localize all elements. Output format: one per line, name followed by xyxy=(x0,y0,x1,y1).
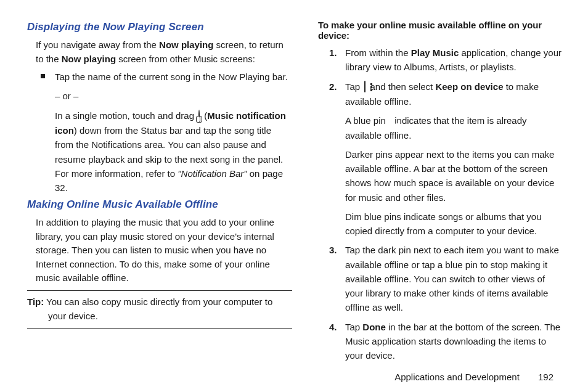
divider xyxy=(27,328,292,329)
tip-text: You can also copy music directly from yo… xyxy=(44,296,272,307)
footer-page-number: 192 xyxy=(538,372,553,382)
cross-reference: "Notification Bar" xyxy=(178,168,247,179)
para-offline-intro: In addition to playing the music that yo… xyxy=(36,216,292,285)
page-footer: Applications and Development 192 xyxy=(394,372,553,382)
text: From within the xyxy=(345,47,411,58)
step-body: Tap and then select Keep on device to ma… xyxy=(345,80,565,239)
step-3: 3. Tap the dark pin next to each item yo… xyxy=(329,243,565,314)
text: ( xyxy=(202,110,207,121)
step-body: Tap the dark pin next to each item you w… xyxy=(345,243,565,314)
step-number: 4. xyxy=(329,320,345,363)
text: In a single motion, touch and drag xyxy=(55,110,197,121)
square-bullet-icon xyxy=(41,74,45,78)
tip-block: Tip: You can also copy music directly fr… xyxy=(27,295,292,324)
right-column: To make your online music available offl… xyxy=(318,18,565,367)
procedure-title: To make your online music available offl… xyxy=(318,20,565,41)
text-bold: Now playing xyxy=(159,39,213,50)
page-content: Displaying the Now Playing Screen If you… xyxy=(0,0,588,367)
bullet-text: Tap the name of the current song in the … xyxy=(55,70,292,195)
headphones-icon xyxy=(198,108,200,123)
heading-offline: Making Online Music Available Offline xyxy=(27,198,292,211)
step-body: From within the Play Music application, … xyxy=(345,46,565,75)
bullet-item: Tap the name of the current song in the … xyxy=(41,70,292,195)
step-sub: A blue pin indicates that the item is al… xyxy=(345,113,565,142)
or-separator: – or – xyxy=(55,89,292,103)
text: Tap xyxy=(345,81,362,92)
text: and then select xyxy=(367,81,435,92)
left-column: Displaying the Now Playing Screen If you… xyxy=(27,18,292,367)
vertical-dots-icon xyxy=(364,80,365,94)
text-bold: Play Music xyxy=(411,47,459,58)
tip-label: Tip: xyxy=(27,296,44,307)
text: Tap the name of the current song in the … xyxy=(55,70,292,84)
step-body: Tap Done in the bar at the bottom of the… xyxy=(345,320,565,363)
footer-section: Applications and Development xyxy=(394,372,520,382)
text: If you navigate away from the xyxy=(36,39,159,50)
text-bold: Done xyxy=(362,322,386,332)
step-sub: Dim blue pins indicate songs or albums t… xyxy=(345,210,565,239)
step-4: 4. Tap Done in the bar at the bottom of … xyxy=(329,320,565,363)
text-bold: Now playing xyxy=(62,54,116,64)
step-number: 3. xyxy=(329,243,345,314)
divider xyxy=(27,290,292,291)
text: screen from other Music screens: xyxy=(116,54,255,64)
text: A blue pin xyxy=(345,115,388,126)
step-2: 2. Tap and then select Keep on device to… xyxy=(329,80,565,239)
step-sub: Darker pins appear next to the items you… xyxy=(345,147,565,205)
text-bold: Keep on device xyxy=(435,81,503,92)
para-now-playing-intro: If you navigate away from the Now playin… xyxy=(36,38,292,66)
step-number: 1. xyxy=(329,46,345,75)
text: Tap xyxy=(345,322,362,332)
bullet-sub: In a single motion, touch and drag (Musi… xyxy=(55,108,292,195)
step-1: 1. From within the Play Music applicatio… xyxy=(329,46,565,75)
step-number: 2. xyxy=(329,80,345,239)
heading-now-playing: Displaying the Now Playing Screen xyxy=(27,21,292,33)
tip-text-cont: your device. xyxy=(27,309,292,323)
